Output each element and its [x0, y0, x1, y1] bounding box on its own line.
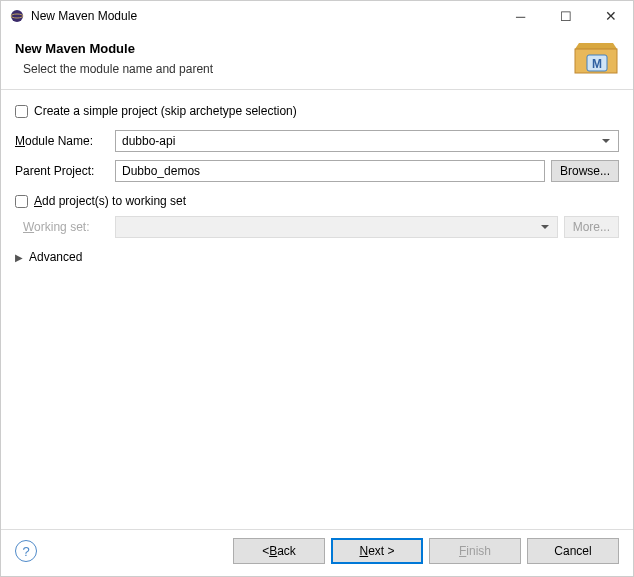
next-button[interactable]: Next >: [331, 538, 423, 564]
module-name-input[interactable]: dubbo-api: [115, 130, 619, 152]
svg-text:M: M: [592, 57, 602, 71]
parent-project-row: Parent Project: Dubbo_demos Browse...: [15, 160, 619, 182]
more-button: More...: [564, 216, 619, 238]
add-working-set-label: Add project(s) to working set: [34, 194, 186, 208]
cancel-button[interactable]: Cancel: [527, 538, 619, 564]
module-name-label: Module Name:: [15, 134, 115, 148]
parent-project-label: Parent Project:: [15, 164, 115, 178]
working-set-combo: [115, 216, 558, 238]
svg-point-0: [11, 10, 23, 22]
finish-button: Finish: [429, 538, 521, 564]
working-set-label: Working set:: [15, 220, 115, 234]
wizard-footer: ? < Back Next > Finish Cancel: [1, 529, 633, 576]
help-button[interactable]: ?: [15, 540, 37, 562]
maximize-button[interactable]: ☐: [543, 1, 588, 31]
simple-project-row: Create a simple project (skip archetype …: [15, 104, 619, 118]
simple-project-label: Create a simple project (skip archetype …: [34, 104, 297, 118]
back-button[interactable]: < Back: [233, 538, 325, 564]
wizard-header: New Maven Module Select the module name …: [1, 31, 633, 90]
wizard-subtitle: Select the module name and parent: [15, 62, 573, 76]
maven-module-icon: M: [573, 41, 619, 77]
add-working-set-checkbox[interactable]: [15, 195, 28, 208]
browse-button[interactable]: Browse...: [551, 160, 619, 182]
simple-project-checkbox[interactable]: [15, 105, 28, 118]
wizard-content: Create a simple project (skip archetype …: [1, 90, 633, 529]
titlebar-text: New Maven Module: [31, 9, 498, 23]
working-set-select-row: Working set: More...: [15, 216, 619, 238]
minimize-button[interactable]: ─: [498, 1, 543, 31]
parent-project-input[interactable]: Dubbo_demos: [115, 160, 545, 182]
window-controls: ─ ☐ ✕: [498, 1, 633, 31]
working-set-row: Add project(s) to working set: [15, 194, 619, 208]
advanced-label: Advanced: [29, 250, 82, 264]
module-name-row: Module Name: dubbo-api: [15, 130, 619, 152]
eclipse-icon: [9, 8, 25, 24]
chevron-right-icon: ▶: [15, 252, 23, 263]
wizard-title: New Maven Module: [15, 41, 573, 56]
close-button[interactable]: ✕: [588, 1, 633, 31]
advanced-expander[interactable]: ▶ Advanced: [15, 250, 619, 264]
titlebar: New Maven Module ─ ☐ ✕: [1, 1, 633, 31]
